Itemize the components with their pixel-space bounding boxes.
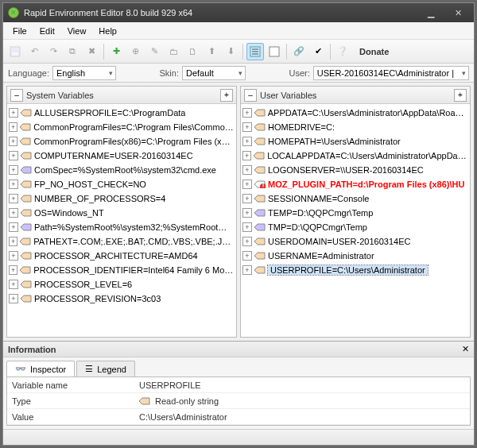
tree-expand-icon[interactable]: + bbox=[9, 208, 18, 218]
tool-save-icon[interactable] bbox=[6, 43, 24, 60]
tool-delete-icon[interactable]: ✖ bbox=[83, 43, 100, 60]
variable-row[interactable]: +ComSpec=%SystemRoot%\system32\cmd.exe bbox=[7, 163, 236, 177]
user-tree[interactable]: +APPDATA=C:\Users\Administrator\AppData\… bbox=[241, 104, 470, 337]
variable-row[interactable]: +USERDOMAIN=USER-20160314EC bbox=[241, 234, 470, 249]
tree-expand-icon[interactable]: + bbox=[9, 222, 18, 232]
info-close-icon[interactable]: ✕ bbox=[462, 344, 469, 354]
tree-expand-icon[interactable]: + bbox=[242, 137, 252, 146]
variable-row[interactable]: +CommonProgramFiles(x86)=C:\Program File… bbox=[7, 134, 236, 149]
language-label: Language: bbox=[8, 68, 49, 78]
language-select[interactable]: English bbox=[52, 66, 116, 80]
tool-insert-dir-icon[interactable]: 🗀 bbox=[165, 43, 182, 60]
tree-expand-icon[interactable]: + bbox=[242, 194, 252, 203]
tab-legend[interactable]: ☰ Legend bbox=[76, 361, 135, 377]
expand-all-icon[interactable]: + bbox=[454, 89, 467, 102]
tree-expand-icon[interactable]: + bbox=[9, 251, 18, 261]
minimize-button[interactable]: ▁ bbox=[420, 6, 442, 19]
variable-row[interactable]: +!MOZ_PLUGIN_PATH=d:\Program Files (x86)… bbox=[241, 177, 470, 191]
menu-view[interactable]: View bbox=[61, 25, 93, 37]
tree-expand-icon[interactable]: + bbox=[242, 208, 252, 218]
tool-redo-icon[interactable]: ↷ bbox=[45, 43, 62, 60]
tree-expand-icon[interactable]: + bbox=[9, 151, 18, 160]
variable-label: OS=Windows_NT bbox=[34, 208, 104, 218]
variable-row[interactable]: +PATHEXT=.COM;.EXE;.BAT;.CMD;.VBS;.VBE;.… bbox=[7, 234, 236, 249]
variable-row[interactable]: +HOMEDRIVE=C: bbox=[241, 120, 470, 134]
variable-row[interactable]: +USERNAME=Administrator bbox=[241, 249, 470, 263]
tree-expand-icon[interactable]: + bbox=[9, 265, 17, 275]
tree-expand-icon[interactable]: + bbox=[242, 165, 252, 175]
tree-expand-icon[interactable]: + bbox=[9, 137, 17, 146]
tree-expand-icon[interactable]: + bbox=[242, 108, 252, 118]
variable-row[interactable]: +LOGONSERVER=\\USER-20160314EC bbox=[241, 163, 470, 177]
collapse-all-icon[interactable]: – bbox=[244, 89, 257, 102]
tool-help-icon[interactable]: ❔ bbox=[334, 43, 351, 60]
variable-row[interactable]: +LOCALAPPDATA=C:\Users\Administrator\App… bbox=[241, 149, 470, 163]
tree-expand-icon[interactable]: + bbox=[9, 180, 18, 189]
tree-expand-icon[interactable]: + bbox=[242, 237, 252, 246]
variable-label: PATHEXT=.COM;.EXE;.BAT;.CMD;.VBS;.VBE;.J… bbox=[33, 237, 235, 246]
tag-icon bbox=[254, 266, 266, 274]
variable-row[interactable]: +APPDATA=C:\Users\Administrator\AppData\… bbox=[241, 106, 470, 120]
tree-expand-icon[interactable]: + bbox=[242, 265, 252, 275]
variable-row[interactable]: +PROCESSOR_REVISION=3c03 bbox=[7, 292, 236, 306]
menu-file[interactable]: File bbox=[6, 25, 33, 37]
user-select[interactable]: USER-20160314EC\Administrator | bbox=[313, 66, 469, 80]
tree-expand-icon[interactable]: + bbox=[9, 237, 17, 246]
tool-check-icon[interactable]: ✔ bbox=[309, 43, 327, 60]
variable-row[interactable]: +PROCESSOR_LEVEL=6 bbox=[7, 277, 236, 292]
tree-expand-icon[interactable]: + bbox=[242, 180, 252, 189]
tag-icon bbox=[20, 266, 31, 274]
tree-expand-icon[interactable]: + bbox=[9, 165, 18, 175]
expand-all-icon[interactable]: + bbox=[220, 89, 233, 102]
variable-row[interactable]: +Path=%SystemRoot%\system32;%SystemRoot%… bbox=[7, 220, 236, 234]
variable-row[interactable]: +CommonProgramFiles=C:\Program Files\Com… bbox=[7, 120, 236, 134]
tree-expand-icon[interactable]: + bbox=[242, 122, 252, 132]
tool-view-tree-icon[interactable] bbox=[246, 43, 264, 60]
tree-expand-icon[interactable]: + bbox=[9, 280, 18, 289]
tree-expand-icon[interactable]: + bbox=[9, 194, 18, 203]
variable-row[interactable]: +SESSIONNAME=Console bbox=[241, 191, 470, 206]
tool-edit-icon[interactable]: ✎ bbox=[145, 43, 163, 60]
tool-add-value-icon[interactable]: ⊕ bbox=[126, 43, 144, 60]
svg-marker-16 bbox=[20, 238, 30, 245]
variable-row[interactable]: +PROCESSOR_ARCHITECTURE=AMD64 bbox=[7, 249, 236, 263]
varname-value: USERPROFILE bbox=[139, 380, 465, 390]
tab-inspector[interactable]: 👓 Inspector bbox=[6, 361, 75, 377]
variable-row[interactable]: +PROCESSOR_IDENTIFIER=Intel64 Family 6 M… bbox=[7, 263, 236, 277]
tree-expand-icon[interactable]: + bbox=[242, 222, 252, 232]
tool-move-up-icon[interactable]: ⬆ bbox=[203, 43, 220, 60]
collapse-all-icon[interactable]: – bbox=[10, 89, 23, 102]
tree-expand-icon[interactable]: + bbox=[9, 108, 18, 118]
variable-row[interactable]: +TMP=D:\QQPCmgr\Temp bbox=[241, 220, 470, 234]
variable-label: PROCESSOR_LEVEL=6 bbox=[34, 280, 132, 289]
variable-row[interactable]: +USERPROFILE=C:\Users\Administrator bbox=[241, 263, 470, 277]
variable-row[interactable]: +OS=Windows_NT bbox=[7, 206, 236, 220]
tree-expand-icon[interactable]: + bbox=[9, 122, 17, 132]
tree-expand-icon[interactable]: + bbox=[9, 294, 18, 303]
tree-expand-icon[interactable]: + bbox=[242, 151, 251, 160]
skin-select[interactable]: Default bbox=[182, 66, 246, 80]
tool-refresh-icon[interactable]: 🔗 bbox=[290, 43, 308, 60]
tag-icon bbox=[254, 252, 266, 260]
tool-view-list-icon[interactable] bbox=[266, 43, 283, 60]
variable-row[interactable]: +ALLUSERSPROFILE=C:\ProgramData bbox=[7, 106, 236, 120]
variable-row[interactable]: +HOMEPATH=\Users\Administrator bbox=[241, 134, 470, 149]
tool-add-var-icon[interactable]: ✚ bbox=[107, 43, 125, 60]
tool-copy-icon[interactable]: ⧉ bbox=[64, 43, 81, 60]
menu-edit[interactable]: Edit bbox=[33, 25, 61, 37]
variable-row[interactable]: +NUMBER_OF_PROCESSORS=4 bbox=[7, 191, 236, 206]
variable-row[interactable]: +FP_NO_HOST_CHECK=NO bbox=[7, 177, 236, 191]
tree-expand-icon[interactable]: + bbox=[242, 251, 252, 261]
tag-icon bbox=[21, 180, 32, 188]
menu-help[interactable]: Help bbox=[92, 25, 123, 37]
tool-insert-file-icon[interactable]: 🗋 bbox=[184, 43, 201, 60]
tool-undo-icon[interactable]: ↶ bbox=[25, 43, 43, 60]
system-tree[interactable]: +ALLUSERSPROFILE=C:\ProgramData+CommonPr… bbox=[7, 104, 236, 337]
variable-row[interactable]: +COMPUTERNAME=USER-20160314EC bbox=[7, 149, 236, 163]
variable-row[interactable]: +TEMP=D:\QQPCmgr\Temp bbox=[241, 206, 470, 220]
tool-move-down-icon[interactable]: ⬇ bbox=[222, 43, 239, 60]
close-button[interactable]: ✕ bbox=[447, 6, 469, 19]
svg-marker-23 bbox=[254, 138, 265, 145]
split-panes: – System Variables + +ALLUSERSPROFILE=C:… bbox=[3, 83, 474, 341]
donate-button[interactable]: Donate bbox=[353, 45, 395, 58]
